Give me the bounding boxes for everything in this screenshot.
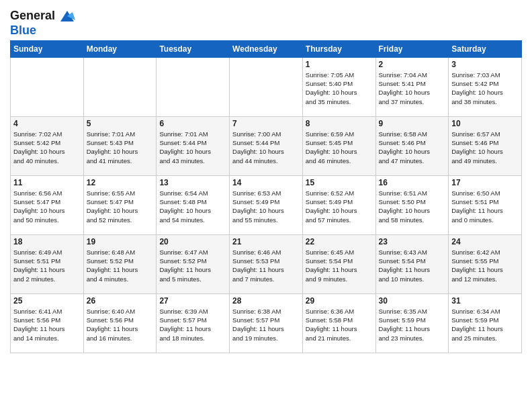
day-number: 30	[379, 296, 446, 306]
calendar-cell: 21Sunrise: 6:46 AM Sunset: 5:53 PM Dayli…	[230, 234, 303, 293]
header-row: SundayMondayTuesdayWednesdayThursdayFrid…	[11, 40, 522, 57]
day-number: 28	[232, 296, 300, 306]
day-info: Sunrise: 6:42 AM Sunset: 5:55 PM Dayligh…	[451, 248, 519, 283]
day-number: 24	[451, 237, 519, 246]
day-info: Sunrise: 6:34 AM Sunset: 5:59 PM Dayligh…	[451, 307, 519, 342]
day-number: 19	[87, 237, 154, 246]
page-header: General Blue	[10, 7, 522, 38]
day-info: Sunrise: 6:43 AM Sunset: 5:54 PM Dayligh…	[379, 248, 446, 283]
day-number: 12	[87, 178, 154, 187]
day-info: Sunrise: 6:36 AM Sunset: 5:58 PM Dayligh…	[306, 307, 373, 342]
day-info: Sunrise: 6:51 AM Sunset: 5:50 PM Dayligh…	[379, 189, 446, 224]
day-info: Sunrise: 6:38 AM Sunset: 5:57 PM Dayligh…	[232, 307, 300, 342]
calendar-cell: 30Sunrise: 6:35 AM Sunset: 5:59 PM Dayli…	[375, 293, 449, 353]
day-number: 1	[306, 60, 373, 69]
day-info: Sunrise: 6:53 AM Sunset: 5:49 PM Dayligh…	[232, 189, 300, 224]
day-number: 20	[159, 237, 226, 246]
calendar-cell	[83, 57, 157, 116]
day-info: Sunrise: 6:56 AM Sunset: 5:47 PM Dayligh…	[13, 189, 81, 224]
day-info: Sunrise: 6:54 AM Sunset: 5:48 PM Dayligh…	[159, 189, 226, 224]
day-info: Sunrise: 6:58 AM Sunset: 5:46 PM Dayligh…	[379, 130, 446, 165]
day-number: 7	[232, 119, 300, 128]
day-number: 15	[306, 178, 373, 187]
header-day-sunday: Sunday	[11, 40, 84, 57]
day-number: 11	[13, 178, 81, 187]
day-info: Sunrise: 6:52 AM Sunset: 5:49 PM Dayligh…	[306, 189, 373, 224]
week-row-5: 25Sunrise: 6:41 AM Sunset: 5:56 PM Dayli…	[11, 293, 522, 353]
calendar-cell: 26Sunrise: 6:40 AM Sunset: 5:56 PM Dayli…	[83, 293, 157, 353]
day-number: 5	[87, 119, 154, 128]
day-info: Sunrise: 6:41 AM Sunset: 5:56 PM Dayligh…	[13, 307, 81, 342]
day-info: Sunrise: 6:47 AM Sunset: 5:52 PM Dayligh…	[159, 248, 226, 283]
day-number: 29	[306, 296, 373, 306]
day-info: Sunrise: 7:02 AM Sunset: 5:42 PM Dayligh…	[13, 130, 81, 165]
calendar-cell: 10Sunrise: 6:57 AM Sunset: 5:46 PM Dayli…	[449, 116, 522, 175]
day-info: Sunrise: 6:35 AM Sunset: 5:59 PM Dayligh…	[379, 307, 446, 342]
calendar-cell: 5Sunrise: 7:01 AM Sunset: 5:43 PM Daylig…	[83, 116, 157, 175]
day-info: Sunrise: 7:01 AM Sunset: 5:44 PM Dayligh…	[159, 130, 226, 165]
calendar-cell: 17Sunrise: 6:50 AM Sunset: 5:51 PM Dayli…	[449, 175, 522, 234]
day-info: Sunrise: 6:40 AM Sunset: 5:56 PM Dayligh…	[87, 307, 154, 342]
day-number: 22	[306, 237, 373, 246]
logo-general: General	[10, 9, 55, 22]
calendar-cell: 20Sunrise: 6:47 AM Sunset: 5:52 PM Dayli…	[157, 234, 230, 293]
calendar-cell: 3Sunrise: 7:03 AM Sunset: 5:42 PM Daylig…	[449, 57, 522, 116]
day-info: Sunrise: 6:59 AM Sunset: 5:45 PM Dayligh…	[306, 130, 373, 165]
day-info: Sunrise: 6:48 AM Sunset: 5:52 PM Dayligh…	[87, 248, 154, 283]
calendar-cell: 2Sunrise: 7:04 AM Sunset: 5:41 PM Daylig…	[375, 57, 449, 116]
day-number: 13	[159, 178, 226, 187]
day-number: 14	[232, 178, 300, 187]
calendar-cell: 13Sunrise: 6:54 AM Sunset: 5:48 PM Dayli…	[157, 175, 230, 234]
calendar-header: SundayMondayTuesdayWednesdayThursdayFrid…	[11, 40, 522, 57]
calendar-cell: 12Sunrise: 6:55 AM Sunset: 5:47 PM Dayli…	[83, 175, 157, 234]
logo-blue: Blue	[10, 24, 36, 37]
calendar-cell: 7Sunrise: 7:00 AM Sunset: 5:44 PM Daylig…	[230, 116, 303, 175]
calendar-cell: 19Sunrise: 6:48 AM Sunset: 5:52 PM Dayli…	[83, 234, 157, 293]
day-number: 18	[13, 237, 81, 246]
calendar-cell: 11Sunrise: 6:56 AM Sunset: 5:47 PM Dayli…	[11, 175, 84, 234]
logo-icon	[58, 7, 77, 26]
day-number: 27	[159, 296, 226, 306]
day-number: 17	[451, 178, 519, 187]
header-day-saturday: Saturday	[449, 40, 522, 57]
header-day-tuesday: Tuesday	[157, 40, 230, 57]
week-row-2: 4Sunrise: 7:02 AM Sunset: 5:42 PM Daylig…	[11, 116, 522, 175]
day-number: 10	[451, 119, 519, 128]
day-info: Sunrise: 7:00 AM Sunset: 5:44 PM Dayligh…	[232, 130, 300, 165]
day-number: 16	[379, 178, 446, 187]
day-info: Sunrise: 6:50 AM Sunset: 5:51 PM Dayligh…	[451, 189, 519, 224]
day-info: Sunrise: 6:49 AM Sunset: 5:51 PM Dayligh…	[13, 248, 81, 283]
calendar-cell: 15Sunrise: 6:52 AM Sunset: 5:49 PM Dayli…	[302, 175, 375, 234]
day-number: 23	[379, 237, 446, 246]
day-info: Sunrise: 7:05 AM Sunset: 5:40 PM Dayligh…	[306, 71, 373, 106]
day-info: Sunrise: 7:03 AM Sunset: 5:42 PM Dayligh…	[451, 71, 519, 106]
day-number: 9	[379, 119, 446, 128]
logo-text: General	[10, 9, 55, 23]
calendar-cell: 24Sunrise: 6:42 AM Sunset: 5:55 PM Dayli…	[449, 234, 522, 293]
week-row-3: 11Sunrise: 6:56 AM Sunset: 5:47 PM Dayli…	[11, 175, 522, 234]
calendar-cell: 23Sunrise: 6:43 AM Sunset: 5:54 PM Dayli…	[375, 234, 449, 293]
calendar-cell	[11, 57, 84, 116]
week-row-1: 1Sunrise: 7:05 AM Sunset: 5:40 PM Daylig…	[11, 57, 522, 116]
day-number: 31	[451, 296, 519, 306]
day-number: 4	[13, 119, 81, 128]
calendar-cell: 27Sunrise: 6:39 AM Sunset: 5:57 PM Dayli…	[157, 293, 230, 353]
day-info: Sunrise: 6:55 AM Sunset: 5:47 PM Dayligh…	[87, 189, 154, 224]
calendar-cell: 31Sunrise: 6:34 AM Sunset: 5:59 PM Dayli…	[449, 293, 522, 353]
day-number: 26	[87, 296, 154, 306]
day-info: Sunrise: 6:39 AM Sunset: 5:57 PM Dayligh…	[159, 307, 226, 342]
calendar-cell	[230, 57, 303, 116]
day-number: 21	[232, 237, 300, 246]
calendar-table: SundayMondayTuesdayWednesdayThursdayFrid…	[10, 40, 522, 353]
day-number: 3	[451, 60, 519, 69]
calendar-cell: 9Sunrise: 6:58 AM Sunset: 5:46 PM Daylig…	[375, 116, 449, 175]
calendar-cell: 25Sunrise: 6:41 AM Sunset: 5:56 PM Dayli…	[11, 293, 84, 353]
calendar-cell: 16Sunrise: 6:51 AM Sunset: 5:50 PM Dayli…	[375, 175, 449, 234]
day-number: 2	[379, 60, 446, 69]
calendar-cell: 18Sunrise: 6:49 AM Sunset: 5:51 PM Dayli…	[11, 234, 84, 293]
calendar-cell: 22Sunrise: 6:45 AM Sunset: 5:54 PM Dayli…	[302, 234, 375, 293]
calendar-body: 1Sunrise: 7:05 AM Sunset: 5:40 PM Daylig…	[11, 57, 522, 353]
calendar-cell: 6Sunrise: 7:01 AM Sunset: 5:44 PM Daylig…	[157, 116, 230, 175]
day-number: 8	[306, 119, 373, 128]
calendar-cell: 14Sunrise: 6:53 AM Sunset: 5:49 PM Dayli…	[230, 175, 303, 234]
